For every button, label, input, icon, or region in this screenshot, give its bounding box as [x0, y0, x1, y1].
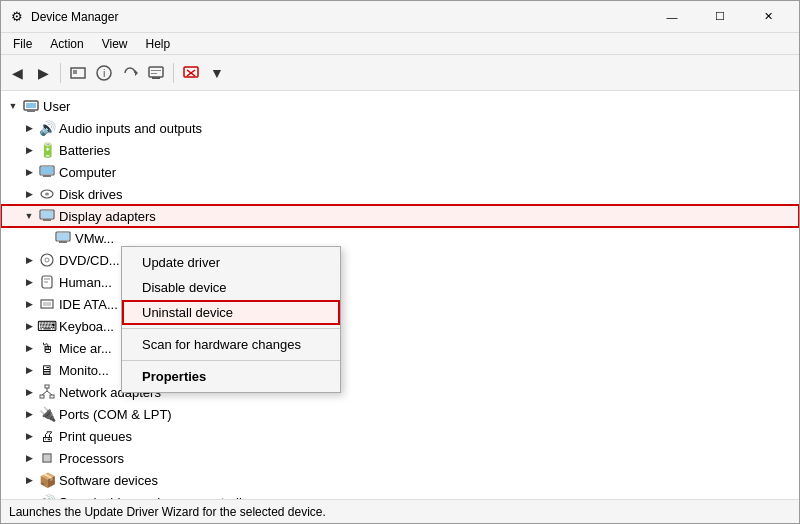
root-arrow: ▼ [5, 98, 21, 114]
svg-rect-9 [184, 67, 198, 77]
processors-icon [39, 450, 55, 466]
properties-button[interactable]: i [92, 61, 116, 85]
display-arrow: ▼ [21, 208, 37, 224]
ports-arrow: ▶ [21, 406, 37, 422]
batteries-arrow: ▶ [21, 142, 37, 158]
display-label: Display adapters [59, 209, 156, 224]
status-text: Launches the Update Driver Wizard for th… [9, 505, 326, 519]
scan-button[interactable] [144, 61, 168, 85]
disk-icon [39, 186, 55, 202]
processors-label: Processors [59, 451, 124, 466]
disk-label: Disk drives [59, 187, 123, 202]
refresh-button[interactable] [118, 61, 142, 85]
tree-item-print[interactable]: ▶ 🖨 Print queues [1, 425, 799, 447]
svg-text:i: i [103, 67, 105, 79]
toolbar: ◀ ▶ i ▼ [1, 55, 799, 91]
toolbar-separator-2 [173, 63, 174, 83]
main-content: ▼ User ▶ 🔊 Audio inputs and outputs ▶ 🔋 … [1, 91, 799, 499]
disk-arrow: ▶ [21, 186, 37, 202]
menu-file[interactable]: File [5, 35, 40, 53]
status-bar: Launches the Update Driver Wizard for th… [1, 499, 799, 523]
keyboard-label: Keyboa... [59, 319, 114, 334]
root-icon [23, 98, 39, 114]
menu-action[interactable]: Action [42, 35, 91, 53]
tree-item-audio[interactable]: ▶ 🔊 Audio inputs and outputs [1, 117, 799, 139]
svg-point-19 [45, 193, 49, 196]
svg-rect-7 [151, 70, 161, 71]
computer-icon [39, 164, 55, 180]
audio-arrow: ▶ [21, 120, 37, 136]
software-icon: 📦 [39, 472, 55, 488]
tree-item-display[interactable]: ▼ Display adapters [1, 205, 799, 227]
ide-label: IDE ATA... [59, 297, 118, 312]
svg-marker-4 [135, 70, 138, 76]
network-icon [39, 384, 55, 400]
tree-item-ports[interactable]: ▶ 🔌 Ports (COM & LPT) [1, 403, 799, 425]
dvd-icon [39, 252, 55, 268]
tree-item-processors[interactable]: ▶ Processors [1, 447, 799, 469]
svg-rect-14 [26, 103, 36, 108]
tree-item-sound[interactable]: ▶ 🔊 Sound, video and game controllers [1, 491, 799, 499]
ctx-separator [122, 328, 340, 329]
menu-view[interactable]: View [94, 35, 136, 53]
svg-rect-22 [41, 211, 53, 218]
ctx-disable-device[interactable]: Disable device [122, 275, 340, 300]
monitors-arrow: ▶ [21, 362, 37, 378]
forward-button[interactable]: ▶ [31, 61, 55, 85]
tree-root[interactable]: ▼ User [1, 95, 799, 117]
svg-rect-5 [149, 67, 163, 77]
software-label: Software devices [59, 473, 158, 488]
tree-item-computer[interactable]: ▶ Computer [1, 161, 799, 183]
print-arrow: ▶ [21, 428, 37, 444]
svg-rect-1 [73, 70, 77, 74]
monitors-label: Monito... [59, 363, 109, 378]
print-icon: 🖨 [39, 428, 55, 444]
svg-rect-35 [50, 395, 54, 398]
svg-rect-8 [151, 73, 157, 74]
close-button[interactable]: ✕ [745, 3, 791, 31]
back-button[interactable]: ◀ [5, 61, 29, 85]
svg-rect-16 [43, 175, 51, 177]
maximize-button[interactable]: ☐ [697, 3, 743, 31]
tree-item-disk[interactable]: ▶ Disk drives [1, 183, 799, 205]
print-label: Print queues [59, 429, 132, 444]
ide-icon [39, 296, 55, 312]
human-label: Human... [59, 275, 112, 290]
tree-item-software[interactable]: ▶ 📦 Software devices [1, 469, 799, 491]
menu-help[interactable]: Help [138, 35, 179, 53]
uninstall-button[interactable] [179, 61, 203, 85]
minimize-button[interactable]: — [649, 3, 695, 31]
svg-rect-25 [57, 233, 69, 240]
svg-rect-13 [27, 110, 35, 112]
svg-rect-33 [45, 385, 49, 388]
ctx-update-driver[interactable]: Update driver [122, 250, 340, 275]
ctx-scan-hardware[interactable]: Scan for hardware changes [122, 332, 340, 357]
ports-label: Ports (COM & LPT) [59, 407, 172, 422]
svg-rect-40 [44, 455, 50, 461]
show-hidden-button[interactable] [66, 61, 90, 85]
computer-label: Computer [59, 165, 116, 180]
context-menu: Update driver Disable device Uninstall d… [121, 246, 341, 393]
window-controls: — ☐ ✕ [649, 3, 791, 31]
help-button[interactable]: ▼ [205, 61, 229, 85]
svg-rect-24 [59, 241, 67, 243]
sound-label: Sound, video and game controllers [59, 495, 260, 500]
toolbar-separator-1 [60, 63, 61, 83]
svg-rect-34 [40, 395, 44, 398]
ctx-properties[interactable]: Properties [122, 364, 340, 389]
ctx-uninstall-device[interactable]: Uninstall device [122, 300, 340, 325]
svg-rect-21 [43, 219, 51, 221]
sound-arrow: ▶ [21, 494, 37, 499]
computer-arrow: ▶ [21, 164, 37, 180]
batteries-icon: 🔋 [39, 142, 55, 158]
tree-item-batteries[interactable]: ▶ 🔋 Batteries [1, 139, 799, 161]
mice-icon: 🖱 [39, 340, 55, 356]
keyboard-arrow: ▶ [21, 318, 37, 334]
mice-label: Mice ar... [59, 341, 112, 356]
network-arrow: ▶ [21, 384, 37, 400]
ide-arrow: ▶ [21, 296, 37, 312]
mice-arrow: ▶ [21, 340, 37, 356]
root-label: User [43, 99, 70, 114]
svg-rect-32 [43, 302, 51, 306]
human-arrow: ▶ [21, 274, 37, 290]
